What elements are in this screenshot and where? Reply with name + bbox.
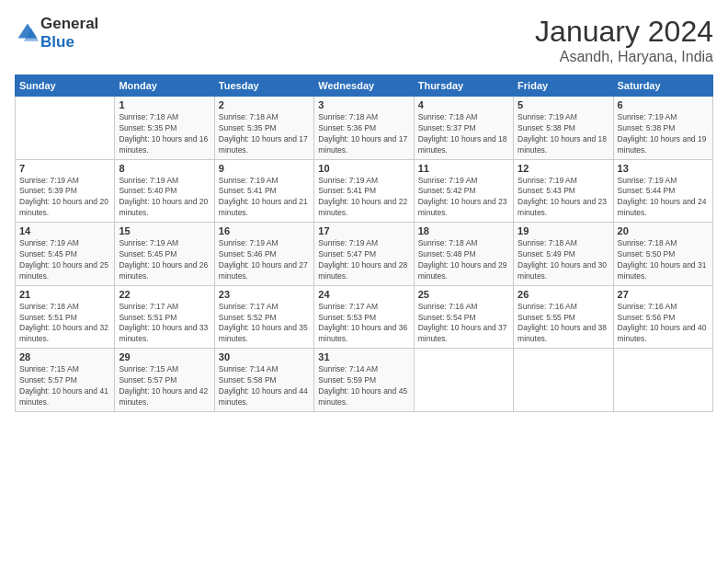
header-cell-saturday: Saturday <box>613 75 712 97</box>
day-cell: 24Sunrise: 7:17 AMSunset: 5:53 PMDayligh… <box>314 285 414 349</box>
day-info: Sunrise: 7:18 AMSunset: 5:50 PMDaylight:… <box>618 238 709 282</box>
day-info: Sunrise: 7:15 AMSunset: 5:57 PMDaylight:… <box>19 364 110 408</box>
day-number: 6 <box>618 99 709 110</box>
day-info: Sunrise: 7:16 AMSunset: 5:56 PMDaylight:… <box>618 302 709 346</box>
logo-icon <box>17 22 39 44</box>
day-number: 11 <box>418 163 509 174</box>
day-cell: 25Sunrise: 7:16 AMSunset: 5:54 PMDayligh… <box>414 285 513 349</box>
header: General Blue January 2024 Asandh, Haryan… <box>15 15 713 65</box>
day-number: 13 <box>618 163 709 174</box>
week-row-3: 14Sunrise: 7:19 AMSunset: 5:45 PMDayligh… <box>16 223 713 286</box>
day-cell: 11Sunrise: 7:19 AMSunset: 5:42 PMDayligh… <box>414 159 513 223</box>
day-cell: 26Sunrise: 7:16 AMSunset: 5:55 PMDayligh… <box>514 285 613 349</box>
day-info: Sunrise: 7:18 AMSunset: 5:35 PMDaylight:… <box>219 112 310 156</box>
week-row-5: 28Sunrise: 7:15 AMSunset: 5:57 PMDayligh… <box>16 349 713 412</box>
week-row-4: 21Sunrise: 7:18 AMSunset: 5:51 PMDayligh… <box>16 285 713 349</box>
day-number: 15 <box>119 225 210 236</box>
day-number: 30 <box>219 351 310 362</box>
day-cell: 4Sunrise: 7:18 AMSunset: 5:37 PMDaylight… <box>414 97 513 160</box>
calendar-page: General Blue January 2024 Asandh, Haryan… <box>0 0 728 563</box>
title-block: January 2024 Asandh, Haryana, India <box>535 15 713 65</box>
header-cell-monday: Monday <box>115 75 214 97</box>
day-number: 14 <box>19 225 110 236</box>
day-info: Sunrise: 7:19 AMSunset: 5:41 PMDaylight:… <box>219 176 310 220</box>
day-number: 10 <box>318 163 409 174</box>
day-info: Sunrise: 7:17 AMSunset: 5:51 PMDaylight:… <box>119 302 210 346</box>
day-cell: 13Sunrise: 7:19 AMSunset: 5:44 PMDayligh… <box>613 159 712 223</box>
day-cell: 2Sunrise: 7:18 AMSunset: 5:35 PMDaylight… <box>214 97 313 160</box>
day-cell: 10Sunrise: 7:19 AMSunset: 5:41 PMDayligh… <box>314 159 414 223</box>
day-number: 1 <box>119 99 210 110</box>
day-info: Sunrise: 7:19 AMSunset: 5:44 PMDaylight:… <box>618 176 709 220</box>
header-cell-friday: Friday <box>514 75 613 97</box>
day-cell: 28Sunrise: 7:15 AMSunset: 5:57 PMDayligh… <box>16 349 115 412</box>
day-info: Sunrise: 7:19 AMSunset: 5:46 PMDaylight:… <box>219 238 310 282</box>
day-info: Sunrise: 7:17 AMSunset: 5:53 PMDaylight:… <box>318 302 409 346</box>
location-title: Asandh, Haryana, India <box>535 49 713 65</box>
day-number: 12 <box>518 163 609 174</box>
day-info: Sunrise: 7:19 AMSunset: 5:42 PMDaylight:… <box>418 176 509 220</box>
day-cell: 22Sunrise: 7:17 AMSunset: 5:51 PMDayligh… <box>115 285 214 349</box>
day-number: 3 <box>318 99 409 110</box>
day-info: Sunrise: 7:14 AMSunset: 5:58 PMDaylight:… <box>219 364 310 408</box>
day-info: Sunrise: 7:18 AMSunset: 5:37 PMDaylight:… <box>418 112 509 156</box>
day-number: 21 <box>19 289 110 300</box>
day-cell: 23Sunrise: 7:17 AMSunset: 5:52 PMDayligh… <box>214 285 313 349</box>
day-cell: 30Sunrise: 7:14 AMSunset: 5:58 PMDayligh… <box>214 349 313 412</box>
header-row: SundayMondayTuesdayWednesdayThursdayFrid… <box>16 75 713 97</box>
day-cell <box>613 349 712 412</box>
day-cell: 5Sunrise: 7:19 AMSunset: 5:38 PMDaylight… <box>514 97 613 160</box>
day-info: Sunrise: 7:19 AMSunset: 5:45 PMDaylight:… <box>119 238 210 282</box>
day-cell: 27Sunrise: 7:16 AMSunset: 5:56 PMDayligh… <box>613 285 712 349</box>
day-number: 23 <box>219 289 310 300</box>
day-number: 28 <box>19 351 110 362</box>
day-cell: 14Sunrise: 7:19 AMSunset: 5:45 PMDayligh… <box>16 223 115 286</box>
day-info: Sunrise: 7:19 AMSunset: 5:47 PMDaylight:… <box>318 238 409 282</box>
day-number: 20 <box>618 225 709 236</box>
day-info: Sunrise: 7:18 AMSunset: 5:35 PMDaylight:… <box>119 112 210 156</box>
day-info: Sunrise: 7:17 AMSunset: 5:52 PMDaylight:… <box>219 302 310 346</box>
calendar-table: SundayMondayTuesdayWednesdayThursdayFrid… <box>15 75 713 412</box>
day-info: Sunrise: 7:19 AMSunset: 5:38 PMDaylight:… <box>518 112 609 156</box>
day-cell: 29Sunrise: 7:15 AMSunset: 5:57 PMDayligh… <box>115 349 214 412</box>
day-number: 9 <box>219 163 310 174</box>
day-info: Sunrise: 7:16 AMSunset: 5:55 PMDaylight:… <box>518 302 609 346</box>
day-info: Sunrise: 7:19 AMSunset: 5:41 PMDaylight:… <box>318 176 409 220</box>
day-cell: 18Sunrise: 7:18 AMSunset: 5:48 PMDayligh… <box>414 223 513 286</box>
day-info: Sunrise: 7:19 AMSunset: 5:45 PMDaylight:… <box>19 238 110 282</box>
day-number: 17 <box>318 225 409 236</box>
day-info: Sunrise: 7:18 AMSunset: 5:48 PMDaylight:… <box>418 238 509 282</box>
day-number: 27 <box>618 289 709 300</box>
day-number: 31 <box>318 351 409 362</box>
day-number: 4 <box>418 99 509 110</box>
day-number: 5 <box>518 99 609 110</box>
day-number: 7 <box>19 163 110 174</box>
day-cell: 9Sunrise: 7:19 AMSunset: 5:41 PMDaylight… <box>214 159 313 223</box>
day-cell: 7Sunrise: 7:19 AMSunset: 5:39 PMDaylight… <box>16 159 115 223</box>
day-info: Sunrise: 7:19 AMSunset: 5:38 PMDaylight:… <box>618 112 709 156</box>
day-cell: 31Sunrise: 7:14 AMSunset: 5:59 PMDayligh… <box>314 349 414 412</box>
day-cell: 12Sunrise: 7:19 AMSunset: 5:43 PMDayligh… <box>514 159 613 223</box>
day-number: 2 <box>219 99 310 110</box>
day-info: Sunrise: 7:16 AMSunset: 5:54 PMDaylight:… <box>418 302 509 346</box>
day-info: Sunrise: 7:14 AMSunset: 5:59 PMDaylight:… <box>318 364 409 408</box>
day-number: 19 <box>518 225 609 236</box>
day-number: 18 <box>418 225 509 236</box>
day-number: 8 <box>119 163 210 174</box>
day-cell: 6Sunrise: 7:19 AMSunset: 5:38 PMDaylight… <box>613 97 712 160</box>
day-cell: 21Sunrise: 7:18 AMSunset: 5:51 PMDayligh… <box>16 285 115 349</box>
day-cell <box>414 349 513 412</box>
header-cell-wednesday: Wednesday <box>314 75 414 97</box>
logo: General Blue <box>15 15 98 52</box>
header-cell-sunday: Sunday <box>16 75 115 97</box>
day-cell: 16Sunrise: 7:19 AMSunset: 5:46 PMDayligh… <box>214 223 313 286</box>
day-number: 16 <box>219 225 310 236</box>
day-cell: 19Sunrise: 7:18 AMSunset: 5:49 PMDayligh… <box>514 223 613 286</box>
week-row-2: 7Sunrise: 7:19 AMSunset: 5:39 PMDaylight… <box>16 159 713 223</box>
day-info: Sunrise: 7:19 AMSunset: 5:39 PMDaylight:… <box>19 176 110 220</box>
day-number: 22 <box>119 289 210 300</box>
day-info: Sunrise: 7:18 AMSunset: 5:49 PMDaylight:… <box>518 238 609 282</box>
header-cell-thursday: Thursday <box>414 75 513 97</box>
day-info: Sunrise: 7:19 AMSunset: 5:43 PMDaylight:… <box>518 176 609 220</box>
logo-text: General Blue <box>40 15 98 52</box>
